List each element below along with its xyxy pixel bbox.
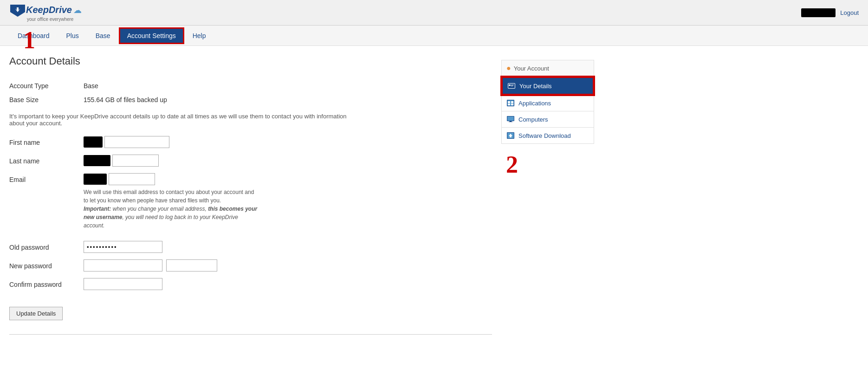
email-note-text3: when you change your email address, xyxy=(111,206,208,212)
content: Account Details Account Type Base Base S… xyxy=(9,55,492,335)
sidebar-item-applications[interactable]: Applications xyxy=(501,95,594,111)
new-password-row: New password xyxy=(9,259,492,272)
monitor-icon xyxy=(506,115,515,123)
last-name-inputs: •••••••••• xyxy=(84,155,159,167)
logout-link[interactable]: Logout xyxy=(840,9,859,16)
new-password-confirm-extra[interactable] xyxy=(166,259,217,272)
account-type-label: Account Type xyxy=(9,80,84,90)
new-password-label: New password xyxy=(9,259,84,270)
first-name-inputs: •••••• xyxy=(84,136,169,148)
page-title: Account Details xyxy=(9,55,492,71)
nav: 1 Dashboard Plus Base Account Settings H… xyxy=(0,26,868,46)
logo-tagline: your office everywhere xyxy=(27,17,73,22)
svg-rect-12 xyxy=(511,103,513,105)
new-password-input[interactable] xyxy=(84,259,162,272)
account-type-row: Account Type Base xyxy=(9,80,492,90)
account-description: It's important to keep your KeepDrive ac… xyxy=(9,113,362,127)
sidebar-item-your-details[interactable]: Your Details xyxy=(501,77,594,95)
confirm-password-row: Confirm password xyxy=(9,278,492,290)
bottom-divider xyxy=(9,334,492,335)
logo-main: KeepDrive ☁ xyxy=(9,4,82,17)
last-name-input[interactable] xyxy=(112,155,159,167)
svg-rect-14 xyxy=(507,116,514,121)
sidebar-software-download-label: Software Download xyxy=(518,132,571,139)
nav-item-base[interactable]: Base xyxy=(87,27,119,44)
nav-active-settings: Account Settings xyxy=(119,27,184,44)
sidebar-section-label: Your Account xyxy=(514,65,549,72)
svg-rect-4 xyxy=(509,84,511,86)
sidebar-your-details-label: Your Details xyxy=(519,83,552,90)
svg-rect-10 xyxy=(511,101,513,103)
sidebar-applications-label: Applications xyxy=(518,100,551,107)
email-note-text1: We will use this email address to contac… xyxy=(84,189,254,204)
email-note-important: Important: xyxy=(84,206,111,212)
email-inputs: •••••••• xyxy=(84,173,260,185)
user-email: •••••••••••• xyxy=(801,8,836,17)
user-icon: ● xyxy=(506,64,511,72)
sidebar-computers-label: Computers xyxy=(518,116,548,123)
base-size-label: Base Size xyxy=(9,94,84,103)
app-icon xyxy=(506,99,515,107)
nav-item-account-settings[interactable]: Account Settings xyxy=(119,27,184,44)
svg-rect-16 xyxy=(509,122,512,122)
logo-cloud-icon: ☁ xyxy=(73,5,82,15)
svg-rect-11 xyxy=(508,103,510,105)
update-button-wrapper: Update Details xyxy=(9,297,492,320)
sidebar-section-title: ● Your Account xyxy=(501,60,594,77)
last-name-row: Last name •••••••••• xyxy=(9,155,492,167)
annotation-2: 2 xyxy=(506,151,594,178)
download-icon xyxy=(506,131,515,140)
email-label: Email xyxy=(9,173,84,183)
email-field-group: •••••••• We will use this email address … xyxy=(84,173,260,230)
logo-shield-icon xyxy=(9,4,26,17)
nav-item-plus[interactable]: Plus xyxy=(58,27,87,44)
email-masked: •••••••• xyxy=(84,174,107,185)
id-card-icon xyxy=(507,82,516,90)
sidebar-item-software-download[interactable]: Software Download xyxy=(501,128,594,144)
old-password-label: Old password xyxy=(9,241,84,251)
email-note: We will use this email address to contac… xyxy=(84,188,260,230)
email-row: Email •••••••• We will use this email ad… xyxy=(9,173,492,230)
sidebar-your-details-wrapper: Your Details xyxy=(501,77,594,95)
first-name-label: First name xyxy=(9,136,84,146)
email-input[interactable] xyxy=(109,173,155,185)
main: Account Details Account Type Base Base S… xyxy=(0,46,603,344)
new-password-inputs xyxy=(84,259,217,272)
logo-wrapper: KeepDrive ☁ your office everywhere xyxy=(9,4,82,22)
last-name-masked: •••••••••• xyxy=(84,155,110,166)
confirm-password-input[interactable] xyxy=(84,278,162,290)
base-size-value: 155.64 GB of files backed up xyxy=(84,94,167,103)
logo: KeepDrive ☁ your office everywhere xyxy=(9,4,82,22)
sidebar: ● Your Account Your Details Applications xyxy=(501,60,594,335)
annotation-1: 1 xyxy=(23,26,35,54)
header: KeepDrive ☁ your office everywhere •••••… xyxy=(0,0,868,26)
header-right: •••••••••••• Logout xyxy=(801,8,859,17)
confirm-password-label: Confirm password xyxy=(9,278,84,288)
first-name-row: First name •••••• xyxy=(9,136,492,148)
update-details-button[interactable]: Update Details xyxy=(9,307,63,320)
old-password-row: Old password xyxy=(9,241,492,253)
base-size-row: Base Size 155.64 GB of files backed up xyxy=(9,94,492,103)
account-type-value: Base xyxy=(84,80,98,90)
svg-rect-9 xyxy=(508,101,510,103)
nav-item-help[interactable]: Help xyxy=(184,27,214,44)
logo-text: KeepDrive xyxy=(26,5,72,15)
last-name-label: Last name xyxy=(9,155,84,165)
old-password-input[interactable] xyxy=(84,241,162,253)
sidebar-item-computers[interactable]: Computers xyxy=(501,111,594,128)
first-name-input[interactable] xyxy=(104,136,169,148)
first-name-masked: •••••• xyxy=(84,136,103,148)
